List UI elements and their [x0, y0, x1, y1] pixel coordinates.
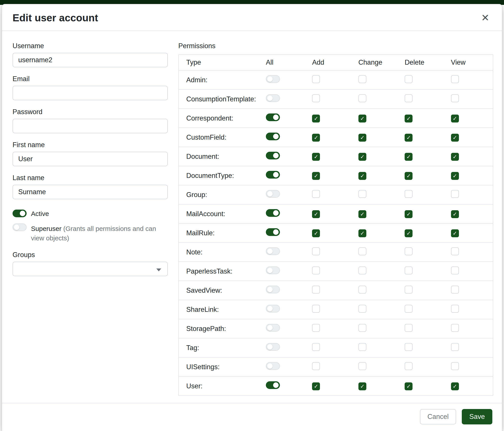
permission-all-toggle[interactable] [266, 228, 280, 236]
permission-delete-checkbox[interactable] [405, 286, 413, 294]
permission-all-toggle[interactable] [266, 94, 280, 102]
username-input[interactable] [13, 53, 168, 67]
permission-view-checkbox[interactable] [451, 305, 459, 313]
save-button[interactable]: Save [462, 409, 492, 424]
permission-view-checkbox[interactable]: ✓ [451, 229, 459, 237]
permission-delete-checkbox[interactable] [405, 343, 413, 351]
permission-add-checkbox[interactable] [312, 94, 320, 102]
permission-change-checkbox[interactable]: ✓ [359, 134, 366, 142]
permission-change-checkbox[interactable] [359, 247, 366, 255]
permission-change-checkbox[interactable] [359, 94, 366, 102]
permission-view-checkbox[interactable] [451, 286, 459, 294]
permission-change-checkbox[interactable]: ✓ [359, 382, 366, 390]
permission-delete-checkbox[interactable]: ✓ [405, 115, 413, 123]
permission-delete-checkbox[interactable] [405, 247, 413, 255]
permission-change-checkbox[interactable] [359, 190, 366, 198]
permission-delete-checkbox[interactable]: ✓ [405, 382, 413, 390]
permission-view-checkbox[interactable]: ✓ [451, 382, 459, 390]
permission-all-toggle[interactable] [266, 171, 280, 179]
permission-change-checkbox[interactable] [359, 362, 366, 370]
permission-add-checkbox[interactable]: ✓ [312, 153, 320, 161]
permission-all-toggle[interactable] [266, 133, 280, 140]
permission-all-toggle[interactable] [266, 343, 280, 351]
permission-add-checkbox[interactable]: ✓ [312, 115, 320, 123]
permission-add-checkbox[interactable]: ✓ [312, 229, 320, 237]
permission-all-toggle[interactable] [266, 247, 280, 255]
permission-change-checkbox[interactable]: ✓ [359, 172, 366, 180]
permission-delete-checkbox[interactable]: ✓ [405, 210, 413, 218]
permission-change-checkbox[interactable]: ✓ [359, 115, 366, 123]
permission-view-checkbox[interactable] [451, 362, 459, 370]
permission-delete-checkbox[interactable] [405, 324, 413, 332]
permission-view-checkbox[interactable]: ✓ [451, 153, 459, 161]
permission-add-checkbox[interactable] [312, 324, 320, 332]
permission-delete-checkbox[interactable] [405, 190, 413, 198]
permission-all-toggle[interactable] [266, 190, 280, 198]
permission-change-checkbox[interactable] [359, 343, 366, 351]
permission-view-checkbox[interactable] [451, 190, 459, 198]
permission-add-checkbox[interactable] [312, 267, 320, 274]
close-button[interactable]: ✕ [479, 12, 491, 24]
permission-delete-checkbox[interactable] [405, 362, 413, 370]
permission-view-checkbox[interactable]: ✓ [451, 210, 459, 218]
permission-add-checkbox[interactable] [312, 362, 320, 370]
permission-delete-checkbox[interactable] [405, 75, 413, 83]
permission-view-checkbox[interactable] [451, 247, 459, 255]
permission-add-checkbox[interactable] [312, 343, 320, 351]
permission-all-toggle[interactable] [266, 75, 280, 83]
permission-all-toggle[interactable] [266, 305, 280, 313]
permission-change-checkbox[interactable]: ✓ [359, 210, 366, 218]
permission-add-checkbox[interactable] [312, 286, 320, 294]
superuser-label: Superuser [31, 225, 61, 232]
permission-delete-checkbox[interactable]: ✓ [405, 229, 413, 237]
superuser-row: Superuser (Grants all permissions and ca… [13, 224, 168, 243]
permission-all-toggle[interactable] [266, 286, 280, 293]
permission-type-label: SavedView: [179, 287, 261, 295]
permission-delete-checkbox[interactable] [405, 267, 413, 274]
permission-add-checkbox[interactable]: ✓ [312, 172, 320, 180]
permission-change-checkbox[interactable]: ✓ [359, 153, 366, 161]
permission-add-checkbox[interactable]: ✓ [312, 210, 320, 218]
cancel-button[interactable]: Cancel [420, 409, 456, 424]
permission-delete-checkbox[interactable]: ✓ [405, 134, 413, 142]
permission-delete-checkbox[interactable] [405, 305, 413, 313]
permission-change-checkbox[interactable]: ✓ [359, 229, 366, 237]
permission-delete-checkbox[interactable] [405, 94, 413, 102]
permission-delete-checkbox[interactable]: ✓ [405, 172, 413, 180]
permission-delete-checkbox[interactable]: ✓ [405, 153, 413, 161]
permission-change-checkbox[interactable] [359, 267, 366, 274]
permission-view-checkbox[interactable]: ✓ [451, 115, 459, 123]
groups-select[interactable] [13, 262, 168, 276]
permission-view-checkbox[interactable] [451, 324, 459, 332]
permission-change-checkbox[interactable] [359, 286, 366, 294]
permission-all-toggle[interactable] [266, 209, 280, 217]
permission-view-checkbox[interactable]: ✓ [451, 134, 459, 142]
permission-add-checkbox[interactable] [312, 75, 320, 83]
email-input[interactable] [13, 86, 168, 100]
permission-change-checkbox[interactable] [359, 324, 366, 332]
permission-all-toggle[interactable] [266, 381, 280, 389]
last-name-input[interactable] [13, 185, 168, 199]
permission-all-toggle[interactable] [266, 324, 280, 332]
permission-change-checkbox[interactable] [359, 305, 366, 313]
superuser-toggle[interactable] [13, 224, 27, 231]
password-input[interactable] [13, 119, 168, 133]
permission-all-toggle[interactable] [266, 114, 280, 121]
permission-view-checkbox[interactable] [451, 343, 459, 351]
first-name-input[interactable] [13, 152, 168, 166]
permission-view-checkbox[interactable] [451, 75, 459, 83]
permission-add-checkbox[interactable] [312, 305, 320, 313]
permission-all-toggle[interactable] [266, 267, 280, 274]
permission-all-toggle[interactable] [266, 152, 280, 159]
permission-add-checkbox[interactable] [312, 190, 320, 198]
permission-type-label: Tag: [179, 344, 261, 352]
permission-add-checkbox[interactable] [312, 247, 320, 255]
permission-add-checkbox[interactable]: ✓ [312, 382, 320, 390]
permission-view-checkbox[interactable]: ✓ [451, 172, 459, 180]
permission-add-checkbox[interactable]: ✓ [312, 134, 320, 142]
active-toggle[interactable] [13, 210, 27, 217]
permission-change-checkbox[interactable] [359, 75, 366, 83]
permission-view-checkbox[interactable] [451, 267, 459, 274]
permission-all-toggle[interactable] [266, 362, 280, 370]
permission-view-checkbox[interactable] [451, 94, 459, 102]
